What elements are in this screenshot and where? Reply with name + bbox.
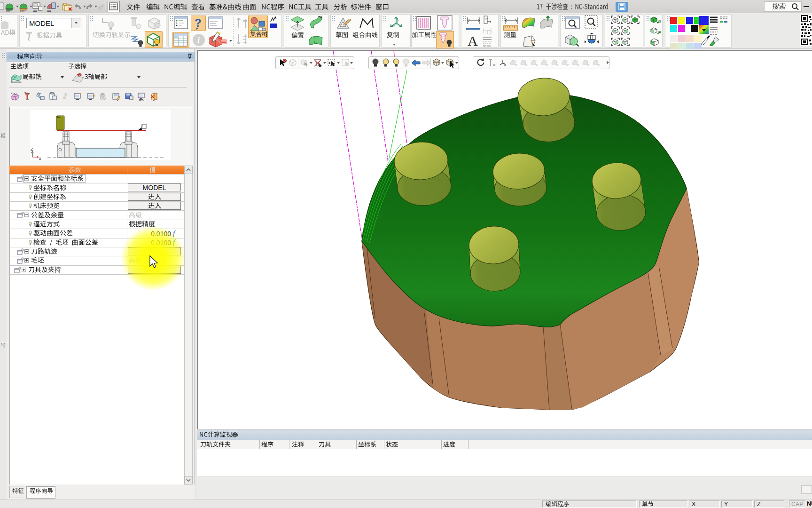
svg-text:?: ? <box>195 16 202 29</box>
svg-text:HH: HH <box>33 10 37 12</box>
svg-text:Z: Z <box>31 147 33 151</box>
svg-text:HH: HH <box>20 9 24 12</box>
svg-text:HH: HH <box>6 9 10 12</box>
svg-text:xyz: xyz <box>484 17 488 20</box>
svg-text:HH: HH <box>47 10 51 12</box>
svg-text:x: x <box>39 156 41 161</box>
